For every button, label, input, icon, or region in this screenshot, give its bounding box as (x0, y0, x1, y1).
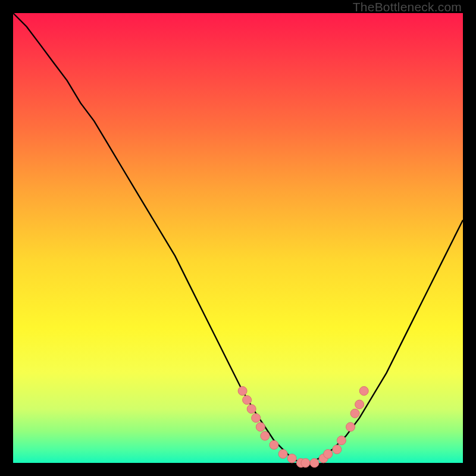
data-marker (252, 414, 261, 422)
data-marker (346, 422, 355, 431)
marker-group (238, 387, 368, 468)
data-marker (247, 405, 256, 414)
data-marker (261, 431, 270, 440)
data-marker (256, 422, 265, 431)
data-marker (337, 436, 346, 445)
data-marker (310, 459, 319, 468)
watermark-text: TheBottleneck.com (353, 0, 462, 14)
data-marker (333, 445, 342, 454)
data-marker (301, 459, 310, 468)
data-marker (238, 387, 247, 396)
data-marker (350, 409, 359, 418)
chart-frame: TheBottleneck.com (0, 0, 476, 476)
data-marker (287, 454, 296, 463)
data-marker (270, 440, 278, 449)
data-marker (355, 400, 364, 409)
data-marker (278, 449, 287, 458)
data-marker (243, 396, 252, 405)
bottleneck-curve (13, 13, 463, 463)
data-marker (359, 387, 368, 396)
chart-overlay-svg (13, 13, 463, 463)
data-marker (324, 449, 333, 458)
